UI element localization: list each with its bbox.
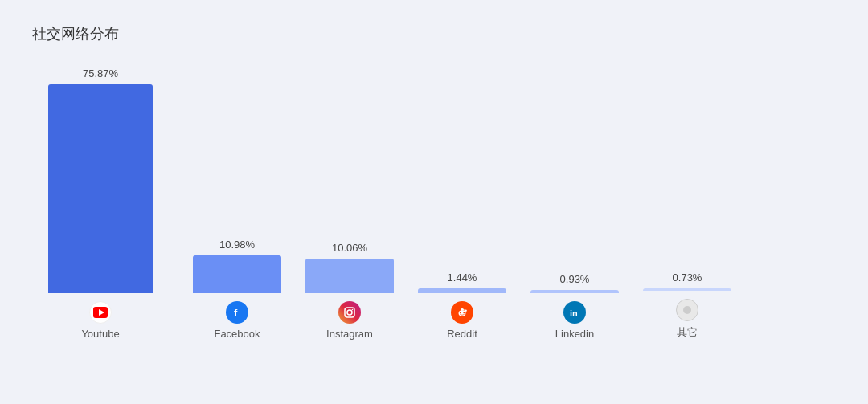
- bar-group-facebook: 10.98% f Facebook: [193, 239, 281, 340]
- bar-value-other: 0.73%: [673, 271, 702, 284]
- bar-value-instagram: 10.06%: [332, 242, 367, 254]
- bar-group-youtube: 75.87% Youtube: [48, 67, 153, 340]
- bar-bottom-facebook: f Facebook: [214, 301, 260, 340]
- svg-text:in: in: [570, 308, 578, 318]
- bar-other: [643, 288, 731, 291]
- other-icon: [676, 299, 698, 321]
- svg-point-4: [347, 310, 352, 315]
- bar-value-reddit: 1.44%: [448, 271, 477, 284]
- platform-name-facebook: Facebook: [214, 328, 260, 340]
- youtube-icon: [89, 301, 112, 324]
- bar-bottom-linkedin: in Linkedin: [555, 301, 594, 340]
- linkedin-icon: in: [563, 301, 586, 324]
- platform-name-linkedin: Linkedin: [555, 328, 594, 340]
- svg-text:f: f: [234, 307, 238, 319]
- instagram-icon: [338, 301, 361, 324]
- facebook-icon: f: [226, 301, 248, 324]
- bar-instagram: [305, 259, 394, 293]
- svg-rect-3: [345, 308, 354, 317]
- bar-value-youtube: 75.87%: [83, 67, 118, 80]
- bar-youtube: [48, 84, 153, 293]
- bar-group-instagram: 10.06% Instagram: [305, 242, 394, 340]
- svg-point-13: [683, 306, 691, 314]
- bar-linkedin: [530, 290, 619, 293]
- bar-bottom-reddit: Reddit: [447, 301, 477, 340]
- svg-point-9: [463, 312, 465, 314]
- bar-reddit: [418, 288, 506, 293]
- svg-point-11: [461, 308, 464, 311]
- bar-bottom-youtube: Youtube: [81, 301, 119, 340]
- platform-name-other: 其它: [677, 325, 698, 340]
- platform-name-instagram: Instagram: [326, 328, 373, 340]
- platform-name-youtube: Youtube: [81, 328, 119, 340]
- bar-group-reddit: 1.44% Reddit: [418, 271, 506, 340]
- bar-value-linkedin: 0.93%: [560, 273, 590, 285]
- svg-point-8: [460, 312, 461, 314]
- svg-point-5: [352, 309, 354, 311]
- bar-group-linkedin: 0.93% in Linkedin: [530, 273, 619, 340]
- bar-bottom-instagram: Instagram: [326, 301, 373, 340]
- bar-value-facebook: 10.98%: [219, 239, 255, 251]
- bar-group-other: 0.73% 其它: [643, 271, 731, 340]
- svg-point-10: [465, 309, 467, 312]
- chart-area: 75.87% Youtube10.98% f Facebook10.06% In…: [32, 51, 836, 388]
- chart-title: 社交网络分布: [32, 24, 836, 43]
- reddit-icon: [451, 301, 473, 324]
- platform-name-reddit: Reddit: [447, 328, 477, 340]
- bar-facebook: [193, 255, 281, 293]
- bar-bottom-other: 其它: [676, 299, 698, 340]
- chart-container: 社交网络分布 75.87% Youtube10.98% f Facebook10…: [0, 0, 868, 404]
